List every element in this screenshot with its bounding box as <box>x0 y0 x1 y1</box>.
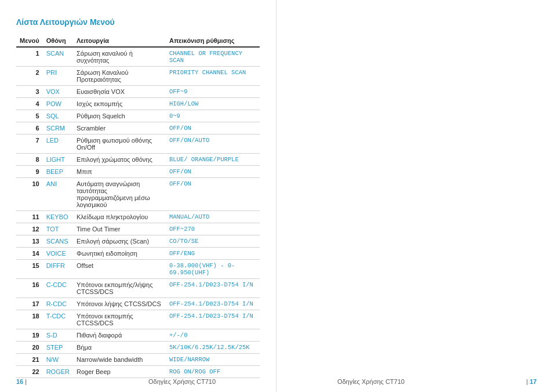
col-menu: Μενού <box>16 35 43 47</box>
row-display: ROG ON/ROG OFF <box>166 366 260 378</box>
row-function: Scrambler <box>73 122 166 135</box>
row-number: 19 <box>16 329 43 342</box>
row-function: Roger Beep <box>73 366 166 378</box>
row-function: Ισχύς εκπομπής <box>73 98 166 110</box>
table-row: 14VOICEΦωνητική ειδοποίησηOFF/ENG <box>16 248 260 260</box>
col-function: Λειτουργία <box>73 35 166 47</box>
row-function: Σάρωση Καναλιού Προτεραιότητας <box>73 67 166 86</box>
col-screen: Οθόνη <box>43 35 73 47</box>
row-function: Offset <box>73 260 166 279</box>
table-row: 13SCANSΕπιλογή σάρωσης (Scan)CO/TO/SE <box>16 235 260 248</box>
row-number: 11 <box>16 211 43 223</box>
row-function: Ευαισθησία VOX <box>73 86 166 98</box>
row-code: VOX <box>43 86 73 98</box>
row-number: 10 <box>16 178 43 211</box>
row-number: 22 <box>16 366 43 378</box>
row-function: Narrow/wide bandwidth <box>73 354 166 366</box>
table-row: 11KEYBOΚλείδωμα πληκτρολογίουMANUAL/AUTO <box>16 211 260 223</box>
row-display: OFF-254.1/D023-D754 I/N <box>166 298 260 310</box>
row-display: MANUAL/AUTO <box>166 211 260 223</box>
row-number: 21 <box>16 354 43 366</box>
row-display: OFF-254.1/D023-D754 I/N <box>166 310 260 329</box>
row-number: 18 <box>16 310 43 329</box>
row-display: 5K/10K/6.25K/12.5K/25K <box>166 342 260 354</box>
row-number: 4 <box>16 98 43 110</box>
row-number: 13 <box>16 235 43 248</box>
row-display: +/-/0 <box>166 329 260 342</box>
row-function: Κλείδωμα πληκτρολογίου <box>73 211 166 223</box>
row-code: SCANS <box>43 235 73 248</box>
table-row: 5SQLΡύθμιση Squelch0~9 <box>16 110 260 122</box>
row-display: OFF/ON <box>166 166 260 178</box>
row-number: 15 <box>16 260 43 279</box>
row-code: T-CDC <box>43 310 73 329</box>
row-code: STEP <box>43 342 73 354</box>
col-display: Απεικόνιση ρύθμισης <box>166 35 260 47</box>
row-number: 14 <box>16 248 43 260</box>
row-number: 2 <box>16 67 43 86</box>
row-number: 16 <box>16 279 43 298</box>
row-code: KEYBO <box>43 211 73 223</box>
row-display: OFF-254.1/D023-D754 I/N <box>166 279 260 298</box>
row-function: Επιλογή χρώματος οθόνης <box>73 154 166 166</box>
table-row: 9BEEPΜπιπOFF/ON <box>16 166 260 178</box>
row-number: 7 <box>16 135 43 154</box>
row-function: Time Out Timer <box>73 223 166 235</box>
row-code: LED <box>43 135 73 154</box>
table-row: 4POWΙσχύς εκπομπήςHIGH/LOW <box>16 98 260 110</box>
row-code: BEEP <box>43 166 73 178</box>
row-code: S-D <box>43 329 73 342</box>
table-row: 6SCRMScramblerOFF/ON <box>16 122 260 135</box>
row-function: Ρύθμιση Squelch <box>73 110 166 122</box>
row-display: CO/TO/SE <box>166 235 260 248</box>
footer-center-right: Οδηγίες Χρήσης CT710 <box>337 378 405 385</box>
row-function: Υπότονοι εκπομπής CTCSS/DCS <box>73 310 166 329</box>
row-display: CHANNEL OR FREQUENCY SCAN <box>166 47 260 67</box>
footer: 16 | Οδηγίες Χρήσης CT710 Οδηγίες Χρήσης… <box>0 378 553 385</box>
row-function: Πιθανή διαφορά <box>73 329 166 342</box>
row-code: SCRM <box>43 122 73 135</box>
row-display: OFF~9 <box>166 86 260 98</box>
row-code: SQL <box>43 110 73 122</box>
row-number: 20 <box>16 342 43 354</box>
row-function: Επιλογή σάρωσης (Scan) <box>73 235 166 248</box>
row-code: POW <box>43 98 73 110</box>
row-display: WIDE/NARROW <box>166 354 260 366</box>
row-code: TOT <box>43 223 73 235</box>
row-display: OFF/ON/AUTO <box>166 135 260 154</box>
row-function: Ρύθμιση φωτισμού οθόνης On/Off <box>73 135 166 154</box>
row-function: Υπότονοι εκπομπής/λήψης CTCSS/DCS <box>73 279 166 298</box>
row-code: PRI <box>43 67 73 86</box>
row-code: VOICE <box>43 248 73 260</box>
row-number: 12 <box>16 223 43 235</box>
row-number: 5 <box>16 110 43 122</box>
table-row: 21N/WNarrow/wide bandwidthWIDE/NARROW <box>16 354 260 366</box>
table-row: 7LEDΡύθμιση φωτισμού οθόνης On/OffOFF/ON… <box>16 135 260 154</box>
row-display: OFF~270 <box>166 223 260 235</box>
table-row: 16C-CDCΥπότονοι εκπομπής/λήψης CTCSS/DCS… <box>16 279 260 298</box>
page-number-left: 16 | <box>16 378 27 385</box>
table-row: 22ROGERRoger BeepROG ON/ROG OFF <box>16 366 260 378</box>
row-code: ROGER <box>43 366 73 378</box>
row-function: Μπιπ <box>73 166 166 178</box>
page-number-right: | 17 <box>526 378 537 385</box>
table-row: 19S-DΠιθανή διαφορά+/-/0 <box>16 329 260 342</box>
row-display: OFF/ON <box>166 178 260 211</box>
row-display: 0-38.000(VHF) - 0-69.950(UHF) <box>166 260 260 279</box>
row-code: ANI <box>43 178 73 211</box>
row-display: HIGH/LOW <box>166 98 260 110</box>
row-function: Φωνητική ειδοποίηση <box>73 248 166 260</box>
table-row: 18T-CDCΥπότονοι εκπομπής CTCSS/DCSOFF-25… <box>16 310 260 329</box>
row-function: Σάρωση καναλιού ή συχνότητας <box>73 47 166 67</box>
table-row: 3VOXΕυαισθησία VOXOFF~9 <box>16 86 260 98</box>
row-display: OFF/ON <box>166 122 260 135</box>
table-row: 1SCANΣάρωση καναλιού ή συχνότηταςCHANNEL… <box>16 47 260 67</box>
row-display: OFF/ENG <box>166 248 260 260</box>
menu-table: Μενού Οθόνη Λειτουργία Απεικόνιση ρύθμισ… <box>16 35 260 378</box>
row-display: 0~9 <box>166 110 260 122</box>
row-code: DIFFR <box>43 260 73 279</box>
row-number: 8 <box>16 154 43 166</box>
table-row: 20STEPΒήμα5K/10K/6.25K/12.5K/25K <box>16 342 260 354</box>
row-code: SCAN <box>43 47 73 67</box>
row-display: BLUE/ ORANGE/PURPLE <box>166 154 260 166</box>
